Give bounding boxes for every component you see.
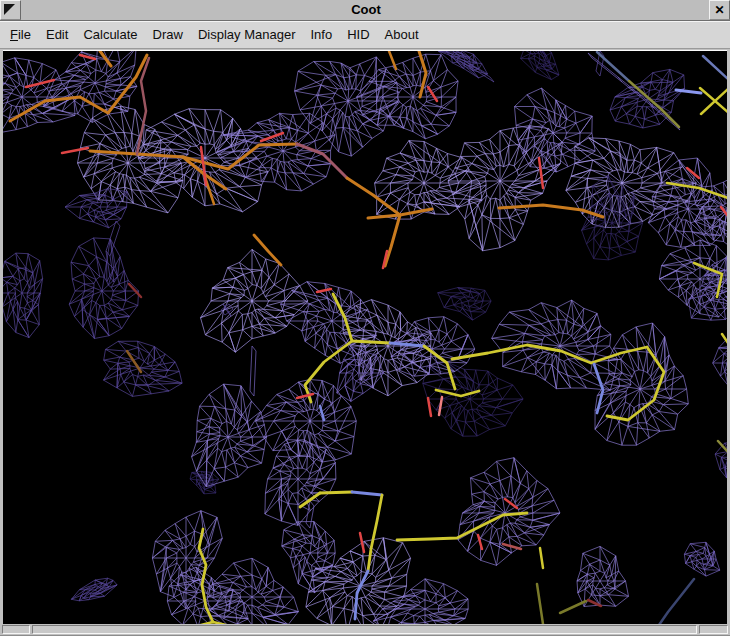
menu-item-about[interactable]: About	[385, 27, 434, 42]
menu-item-hid[interactable]: HID	[347, 27, 384, 42]
status-bar	[0, 624, 730, 635]
menu-item-edit[interactable]: Edit	[46, 27, 83, 42]
menu-item-draw[interactable]: Draw	[153, 27, 198, 42]
gl-viewport[interactable]	[3, 50, 727, 625]
close-button[interactable]: ✕	[709, 0, 730, 20]
window-menu-triangle-icon	[4, 4, 15, 15]
menu-item-file[interactable]: File	[10, 27, 46, 42]
status-cell-left	[2, 625, 30, 634]
menu-item-display-manager[interactable]: Display Manager	[198, 27, 311, 42]
menu-item-info[interactable]: Info	[310, 27, 347, 42]
close-icon: ✕	[714, 3, 724, 17]
menu-bar: FileEditCalculateDrawDisplay ManagerInfo…	[0, 21, 730, 49]
title-bar: Coot ✕	[0, 0, 730, 21]
electron-density-scene	[3, 51, 727, 625]
window-title: Coot	[23, 0, 709, 20]
window-menu-button[interactable]	[0, 0, 21, 20]
status-cell-right	[699, 625, 728, 634]
status-cell-main	[32, 625, 697, 634]
coot-window: Coot ✕ FileEditCalculateDrawDisplay Mana…	[0, 0, 730, 636]
menu-item-calculate[interactable]: Calculate	[83, 27, 152, 42]
